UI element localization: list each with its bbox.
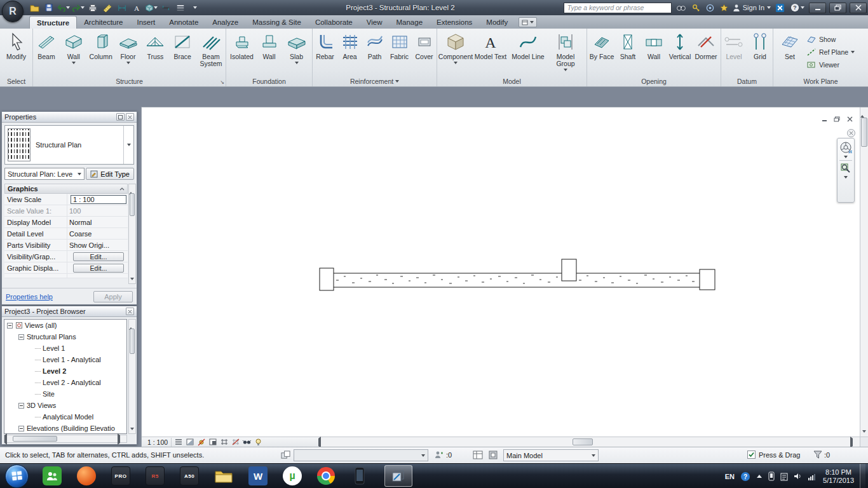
slab-dropdown-caret[interactable]	[295, 62, 299, 64]
explorer-taskbar-icon[interactable]	[214, 466, 233, 485]
tree-item-views-all[interactable]: Views (all)	[4, 320, 126, 331]
r5-app-taskbar-icon[interactable]: R5	[146, 466, 165, 485]
model-line-button[interactable]: Model Line	[510, 30, 546, 74]
tab-insert[interactable]: Insert	[130, 16, 162, 29]
show-hidden-icons-arrow[interactable]	[756, 474, 763, 478]
phone-taskbar-icon[interactable]	[350, 466, 369, 485]
scroll-up-arrow[interactable]	[860, 107, 864, 118]
panel-datum-label[interactable]: Datum	[721, 76, 773, 86]
tab-annotate[interactable]: Annotate	[162, 16, 205, 29]
tree-item-level-2-analytical[interactable]: Level 2 - Analytical	[4, 377, 126, 388]
property-row-parts-visibility[interactable]: Parts VisibilityShow Origi...	[4, 240, 128, 251]
by-face-button[interactable]: By Face	[589, 30, 614, 74]
thin-lines-button[interactable]	[174, 2, 187, 13]
beam-system-button[interactable]: Beam System	[196, 30, 226, 74]
properties-scroll-thumb[interactable]	[130, 193, 135, 216]
filter-funnel-icon[interactable]	[813, 451, 822, 459]
drawing-canvas[interactable]	[142, 107, 860, 437]
tab-structure[interactable]: Structure	[29, 16, 77, 29]
section-button[interactable]	[159, 2, 172, 13]
fabric-button[interactable]: Fabric	[388, 30, 412, 74]
collapse-toggle-icon[interactable]	[18, 426, 24, 431]
design-option-combo[interactable]: Main Model	[503, 449, 599, 461]
property-row-detail-level[interactable]: Detail LevelCoarse	[4, 228, 128, 240]
model-group-dropdown-caret[interactable]	[564, 69, 567, 71]
view-minimize-button[interactable]	[819, 115, 829, 123]
wall-dropdown-caret[interactable]	[72, 62, 76, 64]
project-browser-close-icon[interactable]	[126, 308, 134, 315]
reveal-hidden-elements-icon[interactable]	[254, 438, 263, 447]
view-scale-input[interactable]: 1 : 100	[71, 195, 126, 204]
minimize-button[interactable]	[809, 3, 826, 13]
restore-button[interactable]	[829, 3, 846, 13]
tab-view[interactable]: View	[360, 16, 390, 29]
browser-scroll-thumb[interactable]	[130, 329, 135, 354]
editing-requests-icon[interactable]	[435, 451, 444, 459]
temporary-hide-isolate-icon[interactable]	[242, 438, 252, 447]
wall-opening-button[interactable]: Wall	[641, 30, 667, 74]
favorites-star-icon[interactable]	[719, 2, 729, 13]
wall-foundation-button[interactable]: Wall	[256, 30, 283, 74]
help-button[interactable]: ?	[789, 2, 806, 13]
zoom-tool-icon[interactable]	[840, 163, 851, 174]
scroll-left-arrow[interactable]	[318, 438, 327, 446]
panel-select-label[interactable]: Select	[0, 76, 32, 86]
worksharing-display-icon[interactable]	[473, 450, 483, 460]
word-taskbar-icon[interactable]: W	[248, 466, 268, 485]
scroll-right-arrow[interactable]	[850, 438, 859, 446]
collapse-toggle-icon[interactable]	[18, 334, 24, 340]
path-reinforc-button[interactable]: Path	[363, 30, 387, 74]
tray-action-center-icon[interactable]	[780, 472, 788, 481]
tray-help-icon[interactable]: ?	[740, 471, 750, 482]
measure-button[interactable]	[101, 2, 114, 13]
save-button[interactable]	[43, 2, 55, 13]
zoom-dropdown-caret[interactable]	[844, 176, 848, 179]
utorrent-taskbar-icon[interactable]: µ	[283, 466, 302, 485]
visual-style-icon[interactable]	[185, 438, 194, 447]
wall-button[interactable]: Wall	[60, 30, 87, 74]
infocenter-search-input[interactable]	[564, 3, 672, 13]
hscroll-thumb[interactable]	[573, 438, 593, 445]
shaft-button[interactable]: Shaft	[615, 30, 641, 74]
start-button[interactable]	[5, 464, 29, 488]
language-indicator[interactable]: EN	[725, 473, 735, 480]
steering-wheel-2d-icon[interactable]: 2D	[839, 141, 852, 154]
properties-float-icon[interactable]	[116, 113, 125, 121]
tree-item-level-1[interactable]: Level 1	[4, 342, 126, 354]
view-close-button[interactable]	[844, 115, 855, 123]
column-left[interactable]	[320, 268, 334, 290]
component-dropdown-caret[interactable]	[454, 62, 458, 64]
network-signal-icon[interactable]	[808, 473, 817, 480]
properties-scrollbar[interactable]	[128, 184, 136, 284]
volume-icon[interactable]	[794, 472, 802, 480]
ref-plane-button[interactable]: Ref Plane	[806, 46, 855, 57]
properties-title-bar[interactable]: Properties	[2, 112, 137, 123]
collapse-toggle-icon[interactable]	[18, 403, 24, 409]
worksets-icon[interactable]	[281, 451, 290, 460]
edit-type-button[interactable]: Edit Type	[86, 168, 134, 180]
sign-in-button[interactable]: Sign In	[733, 4, 771, 12]
column-middle[interactable]	[562, 259, 576, 281]
tree-item-analytical-model[interactable]: Analytical Model	[4, 411, 126, 423]
panel-reinforcement-label[interactable]: Reinforcement	[313, 76, 437, 86]
orange-app-taskbar-icon[interactable]	[77, 466, 96, 485]
close-button[interactable]	[850, 3, 867, 13]
brace-button[interactable]: Brace	[169, 30, 196, 74]
vertical-scrollbar[interactable]	[860, 107, 868, 437]
text-button[interactable]: A	[130, 2, 143, 13]
property-row-view-scale[interactable]: View Scale1 : 100	[4, 194, 128, 205]
tree-item-level-2[interactable]: Level 2	[4, 365, 126, 377]
redo-button[interactable]	[72, 2, 85, 13]
communication-center-icon[interactable]	[705, 2, 715, 13]
property-row-graphic-display[interactable]: Graphic Displa...Edit...	[4, 262, 128, 274]
graphics-section-header[interactable]: Graphics	[4, 184, 128, 194]
design-options-icon[interactable]	[488, 450, 498, 460]
tab-extensions[interactable]: Extensions	[430, 16, 479, 29]
collapse-toggle-icon[interactable]	[7, 323, 13, 329]
search-binoculars-icon[interactable]	[675, 2, 688, 13]
model-text-button[interactable]: AModel Text	[472, 30, 509, 74]
type-selector-dropdown[interactable]	[123, 126, 133, 164]
view-scale-button[interactable]: 1 : 100	[144, 438, 172, 447]
chrome-taskbar-icon[interactable]	[317, 467, 335, 485]
customize-qat-button[interactable]	[189, 2, 201, 13]
